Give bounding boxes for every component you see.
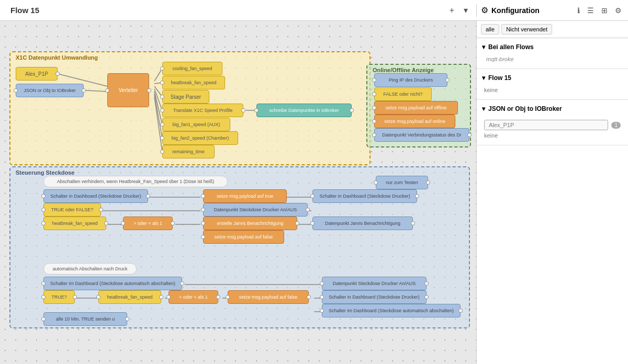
main: X1C Datenpunkt Umwandlung Online/Offline… — [0, 21, 628, 364]
false-oder-port-left — [372, 92, 376, 96]
flow15-none-text: keine — [484, 87, 498, 93]
oder2-port-left — [166, 295, 171, 299]
online-port-left — [372, 119, 376, 123]
auto-comment-node: automatisch Abschalten nach Druck — [43, 263, 137, 275]
verteiler-node[interactable]: Verteiler — [107, 73, 149, 107]
dp-jarvis-port-left — [310, 221, 315, 225]
dp-jarvis-node[interactable]: Datenpunkt Jarvis Benachrichtigung — [312, 217, 413, 230]
verbindung-label: Datenpunkt Verbindungsstatus des Dr — [382, 132, 462, 138]
schalter-steckdose-node[interactable]: Schalter in Dashboard (Steckdose Drucker… — [322, 290, 427, 304]
alex-p1p-port-right — [55, 72, 60, 76]
steuerung-group-label: Steuerung Steckdose — [16, 169, 74, 176]
dp-drucker-port-left — [201, 208, 205, 212]
flow-title: Flow 15 — [5, 6, 44, 15]
true-node[interactable]: TRUE? — [43, 290, 75, 304]
info-icon-button[interactable]: ℹ — [575, 4, 582, 17]
tab-nicht-verwendet[interactable]: Nicht verwendet — [501, 24, 552, 35]
ping-ip-node[interactable]: Ping IP des Druckers — [374, 73, 447, 87]
oder1-port-right — [171, 221, 175, 225]
add-flow-button[interactable]: + — [446, 4, 457, 17]
schalter-steckdose-label: Schalter in Dashboard (Steckdose Drucker… — [329, 294, 420, 300]
dpsteck-port-right — [424, 281, 429, 286]
schalter-auto2-node[interactable]: Schalter im Dashboard (Steckdose automat… — [322, 304, 461, 317]
section-header-json[interactable]: ▾ JSON or Obj to IOBroker — [482, 103, 623, 115]
node-input-row: Alex_P1P 1 — [484, 120, 621, 130]
setze-offline-node[interactable]: setze msg.payload auf offline — [374, 101, 458, 115]
setze-true-node[interactable]: setze msg.payload auf true — [203, 189, 287, 203]
stage-port-left — [160, 95, 164, 99]
auto2-port-left — [320, 309, 324, 313]
bigfan2-port-left — [160, 136, 164, 140]
erstelle-jarvis-node[interactable]: erstelle Jarvis Benachrichtigung — [203, 217, 297, 230]
alle-10min-node[interactable]: alle 10 Min. TRUE senden u — [43, 312, 127, 326]
big-fan2-node[interactable]: big_fan2_speed (Chamber) — [162, 131, 238, 145]
remaining-label: remaining_time — [172, 149, 205, 154]
section-header-bei-allen[interactable]: ▾ Bei allen Flows — [482, 41, 623, 53]
setze-online-label: setze msg.payload auf online — [384, 119, 445, 124]
schalter2-label: Schalter in Dashboard (Steckdose Drucker… — [319, 194, 410, 199]
section-content-flow15: keine — [482, 84, 623, 96]
true-false-label: TRUE oder FALSE? — [51, 207, 94, 212]
x1c-group-label: X1C Datenpunkt Umwandlung — [16, 54, 98, 61]
online-group-label: Online/Offline Anzeige — [373, 67, 434, 73]
section-header-flow15[interactable]: ▾ Flow 15 — [482, 72, 623, 84]
heat2-port-right — [159, 295, 163, 299]
setze-online-node[interactable]: setze msg.payload auf online — [374, 115, 455, 128]
schalter-dash2-node[interactable]: Schalter in Dashboard (Steckdose Drucker… — [312, 189, 417, 203]
translate-x1c-node[interactable]: Translate X1C Speed Profile — [162, 104, 243, 117]
list-icon-button[interactable]: ☰ — [585, 4, 596, 17]
heatbreak-speed2-node[interactable]: heatbreak_fan_speed — [98, 290, 161, 304]
verteiler-port-right — [147, 88, 151, 93]
dp-drucker-node[interactable]: Datenpunkt Steckdose Drucker An/AUS — [203, 203, 308, 217]
alle10-label: alle 10 Min. TRUE senden u — [56, 316, 115, 322]
oder-als2-node[interactable]: > oder < als 1 — [169, 290, 218, 304]
dp-steckdose-node[interactable]: Datenpunkt Steckdose Drucker An/AUS — [322, 277, 427, 290]
setze-false-label: setze msg.payload auf false — [215, 234, 273, 240]
schalter1-port-left — [41, 194, 46, 198]
setfalse2-port-left — [226, 295, 230, 299]
flow-dropdown-button[interactable]: ▾ — [461, 3, 471, 17]
big-fan2-label: big_fan2_speed (Chamber) — [172, 135, 229, 141]
json-iobroker-node[interactable]: JSON or Obj to IOBroker — [16, 84, 84, 97]
alex-p1p-node[interactable]: Alex_P1P — [16, 67, 58, 81]
schalter2-port-right — [415, 194, 419, 198]
heatspeed-port-left — [41, 221, 46, 225]
heatbreak-fan-node[interactable]: heatbreak_fan_speed — [162, 76, 225, 89]
setze-false2-node[interactable]: setze msg.payload auf false — [228, 290, 309, 304]
jarvis-port-left — [201, 221, 205, 225]
schalter-auto-node[interactable]: Schalter im Dashboard (Steckdose automat… — [43, 277, 182, 290]
oder1-label: > oder < als 1 — [133, 221, 162, 226]
big-fan1-node[interactable]: big_fan1_speed (AUX) — [162, 118, 230, 131]
cooling-fan-node[interactable]: cooling_fan_speed — [162, 62, 222, 75]
schalter-auto2-label: Schalter im Dashboard (Steckdose automat… — [329, 308, 454, 313]
tab-alle[interactable]: alle — [481, 24, 499, 35]
oder-als1-node[interactable]: > oder < als 1 — [123, 217, 173, 230]
heatbreak-fan-port-left — [160, 81, 164, 85]
true-false-node[interactable]: TRUE oder FALSE? — [43, 203, 101, 217]
schreibe-dp-node[interactable]: schreibe Datenpunkte in ioBroker — [256, 104, 352, 117]
ping-port-right — [445, 78, 450, 82]
setze-false-node[interactable]: setze msg.payload auf false — [203, 230, 284, 244]
dp-verbindung-node[interactable]: Datenpunkt Verbindungsstatus des Dr — [374, 128, 469, 142]
nur-testen-node[interactable]: nur zum Testen — [376, 176, 428, 189]
remaining-time-node[interactable]: remaining_time — [162, 145, 215, 158]
nodes-icon-button[interactable]: ⊞ — [599, 4, 610, 17]
dpsteck-port-left — [320, 281, 324, 286]
false-oder-node[interactable]: FALSE oder nicht? — [374, 87, 432, 101]
true-label: TRUE? — [51, 294, 67, 300]
heatbreak-speed-node[interactable]: heatbreak_fan_speed — [43, 217, 106, 230]
steckdose-port-right — [424, 295, 429, 299]
canvas[interactable]: X1C Datenpunkt Umwandlung Online/Offline… — [0, 21, 476, 364]
remaining-port-left — [160, 150, 164, 154]
node-input-value: Alex_P1P — [484, 120, 608, 130]
topbar-right: ⚙ Konfiguration ℹ ☰ ⊞ ⚙ — [476, 4, 628, 17]
chevron-down-icon-flow15: ▾ — [482, 74, 485, 82]
topbar: Flow 15 + ▾ ⚙ Konfiguration ℹ ☰ ⊞ ⚙ — [0, 0, 628, 21]
stage-parser-node[interactable]: Stage Parser — [162, 90, 209, 104]
schalter1-port-right — [146, 194, 150, 198]
cooling-fan-label: cooling_fan_speed — [173, 66, 212, 71]
settings-icon-button[interactable]: ⚙ — [613, 4, 624, 17]
trufalse-port-left — [41, 208, 46, 212]
schalter-dash1-node[interactable]: Schalter in Dashboard (Steckdose Drucker… — [43, 189, 148, 203]
setze-offline-label: setze msg.payload auf offline — [386, 105, 446, 110]
